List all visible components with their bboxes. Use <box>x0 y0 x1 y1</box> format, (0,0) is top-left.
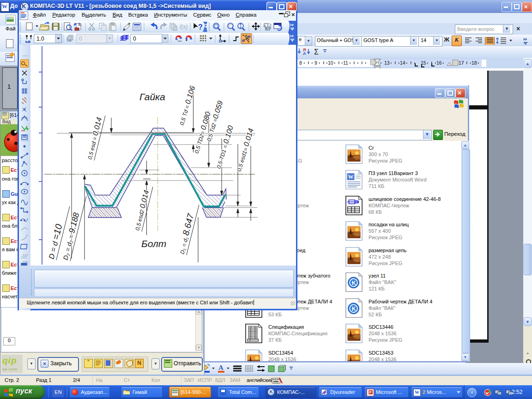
svg-text:А: А <box>303 51 306 56</box>
svg-text:0,5 esd1= 0.014: 0,5 esd1= 0.014 <box>235 127 255 172</box>
svg-text:13: 13 <box>384 60 390 66</box>
svg-text:9: 9 <box>314 60 317 66</box>
svg-text:14: 14 <box>400 60 405 66</box>
svg-text:Гайка: Гайка <box>139 91 165 102</box>
svg-text:D1 = d1 8.647: D1 = d1 8.647 <box>176 212 196 255</box>
svg-text:A: A <box>218 364 224 371</box>
svg-text:16: 16 <box>436 60 442 66</box>
svg-text:18: 18 <box>472 60 477 66</box>
svg-text:17: 17 <box>459 60 464 66</box>
svg-text:0: 0 <box>79 36 82 42</box>
svg-text:D = d =10: D = d =10 <box>46 223 64 260</box>
svg-text:Болт: Болт <box>141 238 166 249</box>
svg-text:0: 0 <box>133 36 136 42</box>
svg-text:1.0: 1.0 <box>36 36 44 42</box>
svg-text:0,5 Td = 0.106: 0,5 Td = 0.106 <box>177 85 197 126</box>
svg-text:0,5 TD1 = 0.100: 0,5 TD1 = 0.100 <box>214 125 235 169</box>
svg-text:8: 8 <box>299 60 302 66</box>
svg-text:?: ? <box>198 23 203 31</box>
svg-text:Σ: Σ <box>314 48 319 56</box>
svg-text:D2 = d2 = 9.188: D2 = d2 = 9.188 <box>60 212 81 261</box>
svg-text:10: 10 <box>328 60 333 66</box>
svg-text:0,5 esd2 0.014: 0,5 esd2 0.014 <box>133 189 150 231</box>
svg-text:0,5 esd = 0.014: 0,5 esd = 0.014 <box>85 116 103 160</box>
svg-text:f(x): f(x) <box>180 24 187 30</box>
svg-text:11: 11 <box>343 60 348 66</box>
